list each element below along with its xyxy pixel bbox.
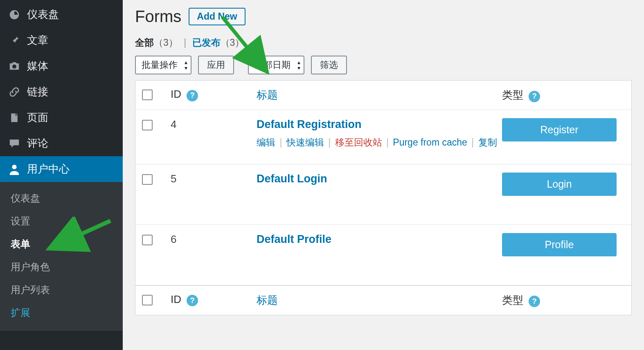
row-id: 4	[171, 118, 257, 131]
row-id: 5	[171, 173, 257, 185]
row-title-link[interactable]: Default Registration	[257, 118, 362, 130]
page-header: Forms Add New	[135, 5, 632, 35]
tablenav: 批量操作 ▴▾ 应用 全部日期 ▴▾ 筛选	[135, 56, 632, 80]
page-title: Forms	[135, 7, 181, 26]
type-badge[interactable]: Register	[502, 118, 617, 141]
action-trash[interactable]: 移至回收站	[335, 137, 382, 148]
filter-links: 全部（3） | 已发布（3）	[135, 35, 632, 56]
sidebar-item-label: 文章	[27, 33, 48, 47]
filter-all-count: （3）	[154, 37, 178, 48]
table-header-row: ID ? 标题 类型 ?	[135, 81, 631, 110]
separator: |	[180, 37, 189, 48]
help-icon[interactable]: ?	[529, 91, 540, 102]
camera-icon	[8, 60, 20, 72]
dates-label: 全部日期	[254, 60, 290, 70]
type-badge[interactable]: Login	[502, 173, 617, 196]
filter-all-label[interactable]: 全部	[135, 37, 154, 48]
comment-icon	[8, 137, 20, 150]
table-row: 4 Default Registration 编辑 | 快速编辑 | 移至回收站…	[135, 110, 631, 164]
pin-icon	[8, 34, 20, 47]
select-all-checkbox[interactable]	[142, 295, 153, 305]
select-all-checkbox[interactable]	[142, 90, 153, 100]
filter-button[interactable]: 筛选	[311, 56, 347, 74]
submenu-item-extensions[interactable]: 扩展	[0, 301, 123, 324]
add-new-button[interactable]: Add New	[189, 8, 245, 25]
submenu-item-forms[interactable]: 表单	[0, 233, 123, 256]
action-edit[interactable]: 编辑	[257, 137, 275, 148]
sidebar-item-comments[interactable]: 评论	[0, 130, 123, 156]
sidebar-item-dashboard[interactable]: 仪表盘	[0, 2, 123, 27]
sidebar-item-label: 评论	[27, 136, 48, 150]
page-icon	[8, 112, 20, 124]
sidebar-item-media[interactable]: 媒体	[0, 53, 123, 79]
help-icon[interactable]: ?	[529, 296, 540, 307]
sidebar-item-posts[interactable]: 文章	[0, 27, 123, 53]
sidebar-submenu: 仪表盘 设置 表单 用户角色 用户列表 扩展	[0, 182, 123, 331]
dashboard-icon	[8, 9, 20, 21]
sidebar-item-user-center[interactable]: 用户中心	[0, 156, 123, 182]
sidebar-item-links[interactable]: 链接	[0, 79, 123, 105]
submenu-item-settings[interactable]: 设置	[0, 210, 123, 233]
submenu-item-user-roles[interactable]: 用户角色	[0, 256, 123, 278]
filter-published-count: （3）	[221, 37, 245, 48]
row-checkbox[interactable]	[142, 235, 153, 245]
help-icon[interactable]: ?	[187, 90, 198, 101]
help-icon[interactable]: ?	[187, 295, 198, 306]
action-purge[interactable]: Purge from cache	[393, 137, 467, 148]
dates-select[interactable]: 全部日期 ▴▾	[248, 56, 304, 74]
bulk-actions-label: 批量操作	[142, 60, 178, 70]
column-id[interactable]: ID	[171, 88, 181, 100]
sidebar-item-label: 媒体	[27, 59, 48, 73]
bulk-actions-select[interactable]: 批量操作 ▴▾	[135, 56, 191, 74]
table-footer-row: ID ? 标题 类型 ?	[135, 285, 631, 315]
sidebar-item-pages[interactable]: 页面	[0, 105, 123, 130]
column-type: 类型	[502, 89, 523, 101]
main-content: Forms Add New 全部（3） | 已发布（3） 批量操作 ▴▾ 应用 …	[123, 0, 644, 350]
admin-sidebar: 仪表盘 文章 媒体 链接 页面 评论 用户中心 仪表盘	[0, 0, 123, 350]
column-title[interactable]: 标题	[257, 89, 278, 101]
submenu-item-user-list[interactable]: 用户列表	[0, 278, 123, 301]
column-type: 类型	[502, 294, 523, 306]
table-row: 5 Default Login Login	[135, 164, 631, 225]
row-title-link[interactable]: Default Profile	[257, 233, 331, 245]
svg-point-1	[12, 164, 16, 169]
row-actions: 编辑 | 快速编辑 | 移至回收站 | Purge from cache | 复…	[257, 135, 502, 150]
column-id[interactable]: ID	[171, 293, 181, 305]
submenu-item-dashboard[interactable]: 仪表盘	[0, 187, 123, 210]
forms-table: ID ? 标题 类型 ? 4 Default Registration 编辑 |…	[135, 80, 632, 315]
row-checkbox[interactable]	[142, 120, 153, 130]
row-id: 6	[171, 233, 257, 246]
chevron-updown-icon: ▴▾	[297, 59, 300, 71]
apply-button[interactable]: 应用	[198, 56, 234, 74]
sidebar-item-label: 用户中心	[27, 162, 70, 176]
action-copy[interactable]: 复制	[478, 137, 497, 148]
column-title[interactable]: 标题	[257, 294, 278, 306]
sidebar-item-label: 链接	[27, 85, 48, 99]
table-row: 6 Default Profile Profile	[135, 225, 631, 285]
type-badge[interactable]: Profile	[502, 233, 617, 256]
action-quick-edit[interactable]: 快速编辑	[286, 137, 324, 148]
filter-published-label[interactable]: 已发布	[192, 37, 221, 48]
sidebar-item-label: 仪表盘	[27, 7, 59, 22]
chevron-updown-icon: ▴▾	[185, 59, 187, 71]
row-title-link[interactable]: Default Login	[257, 173, 327, 185]
sidebar-item-label: 页面	[27, 110, 48, 125]
link-icon	[8, 86, 20, 98]
row-checkbox[interactable]	[142, 174, 153, 185]
user-icon	[8, 163, 20, 175]
